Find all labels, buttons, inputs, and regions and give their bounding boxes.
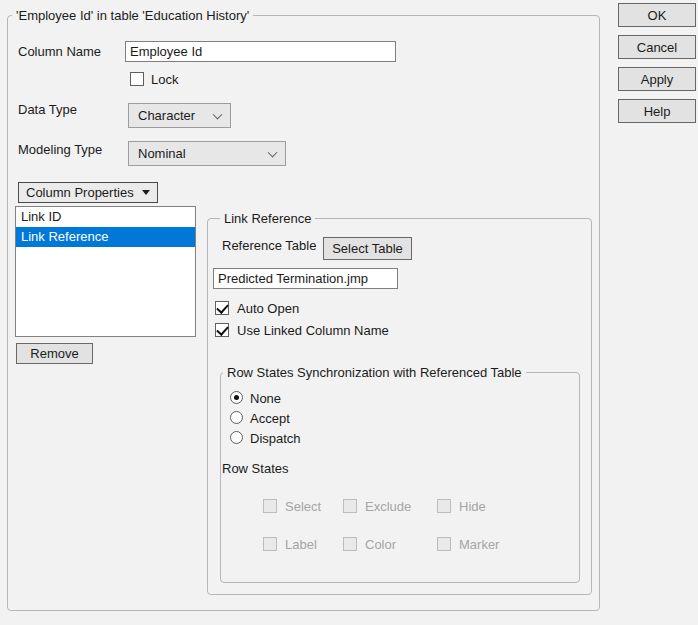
chevron-down-icon <box>268 147 278 157</box>
auto-open-label: Auto Open <box>237 301 299 316</box>
apply-button[interactable]: Apply <box>618 67 696 91</box>
modeling-type-select[interactable]: Nominal <box>128 141 286 166</box>
column-properties-button[interactable]: Column Properties <box>18 182 158 203</box>
link-reference-title: Link Reference <box>220 211 315 226</box>
list-item-link-id[interactable]: Link ID <box>16 207 195 227</box>
dropdown-triangle-icon <box>142 190 150 195</box>
column-name-input[interactable] <box>125 41 396 62</box>
select-checkbox-label: Select <box>285 499 321 514</box>
groupbox-title: 'Employee Id' in table 'Education Histor… <box>12 8 253 23</box>
lock-label: Lock <box>151 72 178 87</box>
column-properties-label: Column Properties <box>26 185 134 200</box>
radio-dispatch-label: Dispatch <box>250 431 301 446</box>
radio-none-label: None <box>250 391 281 406</box>
chevron-down-icon <box>213 109 223 119</box>
column-info-dialog: 'Employee Id' in table 'Education Histor… <box>0 0 698 625</box>
column-name-label: Column Name <box>18 44 101 59</box>
radio-none[interactable] <box>230 391 243 404</box>
reference-table-input[interactable] <box>213 268 398 289</box>
radio-accept-label: Accept <box>250 411 290 426</box>
column-properties-listbox: Link ID Link Reference <box>15 206 196 337</box>
reference-table-label: Reference Table <box>222 238 316 253</box>
use-linked-column-name-checkbox[interactable] <box>215 323 229 337</box>
help-button[interactable]: Help <box>618 99 696 123</box>
ok-button[interactable]: OK <box>618 3 696 27</box>
modeling-type-value: Nominal <box>138 146 186 161</box>
exclude-checkbox-label: Exclude <box>365 499 411 514</box>
marker-checkbox <box>437 537 451 551</box>
radio-accept[interactable] <box>230 411 243 424</box>
marker-checkbox-label: Marker <box>459 537 499 552</box>
label-checkbox <box>263 537 277 551</box>
data-type-value: Character <box>138 108 195 123</box>
list-item-link-reference[interactable]: Link Reference <box>16 227 195 247</box>
hide-checkbox <box>437 499 451 513</box>
auto-open-checkbox[interactable] <box>215 301 229 315</box>
exclude-checkbox <box>343 499 357 513</box>
hide-checkbox-label: Hide <box>459 499 486 514</box>
row-states-label: Row States <box>222 461 288 476</box>
select-checkbox <box>263 499 277 513</box>
use-linked-column-name-label: Use Linked Column Name <box>237 323 389 338</box>
row-states-sync-title: Row States Synchronization with Referenc… <box>223 365 526 380</box>
cancel-button[interactable]: Cancel <box>618 35 696 59</box>
radio-dispatch[interactable] <box>230 431 243 444</box>
remove-button[interactable]: Remove <box>16 343 93 364</box>
label-checkbox-label: Label <box>285 537 317 552</box>
color-checkbox <box>343 537 357 551</box>
color-checkbox-label: Color <box>365 537 396 552</box>
data-type-select[interactable]: Character <box>128 103 231 128</box>
data-type-label: Data Type <box>18 102 77 117</box>
modeling-type-label: Modeling Type <box>18 142 102 157</box>
lock-checkbox[interactable] <box>130 72 144 86</box>
select-table-button[interactable]: Select Table <box>323 237 412 260</box>
